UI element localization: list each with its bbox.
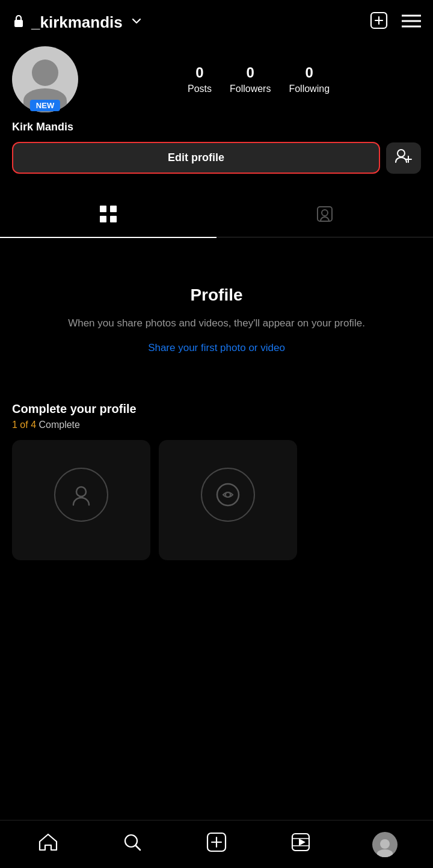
followers-label: Followers [230,84,271,94]
hamburger-menu-icon[interactable] [402,13,421,32]
stat-followers[interactable]: 0 Followers [230,64,271,94]
profile-section: NEW 0 Posts 0 Followers 0 Following Kirk… [0,40,433,183]
profile-empty-state: Profile When you share photos and videos… [0,237,433,390]
svg-rect-13 [110,216,117,222]
tab-tagged[interactable] [216,195,433,237]
bottom-nav [0,820,433,868]
following-count: 0 [306,64,313,81]
svg-point-15 [322,210,328,216]
svg-rect-10 [100,206,106,212]
progress-rest: Complete [36,420,80,430]
complete-card-photo-icon [54,468,108,522]
nav-create[interactable] [174,832,259,857]
progress-highlight: 1 of 4 [12,420,36,430]
svg-rect-11 [110,206,117,212]
home-icon [38,833,58,855]
new-badge: NEW [30,100,60,111]
posts-count: 0 [195,64,203,81]
add-friend-button[interactable] [386,142,421,174]
nav-search[interactable] [90,833,174,856]
reels-icon [291,833,310,856]
stats-row: 0 Posts 0 Followers 0 Following [96,64,421,94]
nav-profile[interactable] [343,832,427,857]
search-icon [123,833,142,856]
following-label: Following [289,84,330,94]
profile-top: NEW 0 Posts 0 Followers 0 Following [12,46,421,112]
header-right [369,11,421,34]
add-friend-icon [395,148,413,168]
svg-line-20 [136,846,141,851]
svg-point-16 [76,487,86,497]
share-first-photo-link[interactable]: Share your first photo or video [148,342,285,354]
nav-home[interactable] [6,833,90,855]
stat-posts[interactable]: 0 Posts [188,64,212,94]
grid-icon [99,205,117,227]
header-left: _kirkmandis [12,13,142,32]
stat-following[interactable]: 0 Following [289,64,330,94]
empty-state-title: Profile [190,286,242,305]
tagged-icon [316,205,334,227]
add-square-icon[interactable] [369,11,388,34]
svg-rect-12 [100,216,106,222]
svg-point-18 [226,492,230,497]
svg-rect-0 [14,20,23,27]
svg-point-17 [217,484,239,506]
nav-avatar-head [380,839,390,849]
posts-label: Posts [188,84,212,94]
complete-card-message-icon [201,468,255,522]
chevron-down-icon[interactable] [131,16,142,29]
complete-profile-progress: 1 of 4 Complete [12,420,421,430]
complete-profile-title: Complete your profile [12,402,421,416]
tab-grid[interactable] [0,195,216,237]
username[interactable]: _kirkmandis [31,13,123,32]
avatar-container[interactable]: NEW [12,46,78,112]
complete-cards [12,440,421,560]
create-icon [206,832,227,857]
nav-profile-avatar [372,832,398,857]
svg-marker-25 [299,839,306,846]
edit-profile-button[interactable]: Edit profile [12,142,380,174]
nav-reels[interactable] [259,833,343,856]
complete-card-message[interactable] [159,440,297,560]
edit-profile-row: Edit profile [12,142,421,174]
empty-state-description: When you share photos and videos, they'l… [68,316,365,331]
lock-icon [12,14,25,32]
svg-point-7 [398,150,405,157]
header: _kirkmandis [0,0,433,40]
complete-card-photo[interactable] [12,440,150,560]
nav-avatar-body [377,849,393,857]
svg-rect-14 [318,207,332,221]
nav-avatar-inner [372,832,398,857]
avatar-head [32,60,58,86]
tabs [0,195,433,237]
followers-count: 0 [247,64,254,81]
display-name: Kirk Mandis [12,121,421,133]
complete-profile-section: Complete your profile 1 of 4 Complete [0,390,433,566]
